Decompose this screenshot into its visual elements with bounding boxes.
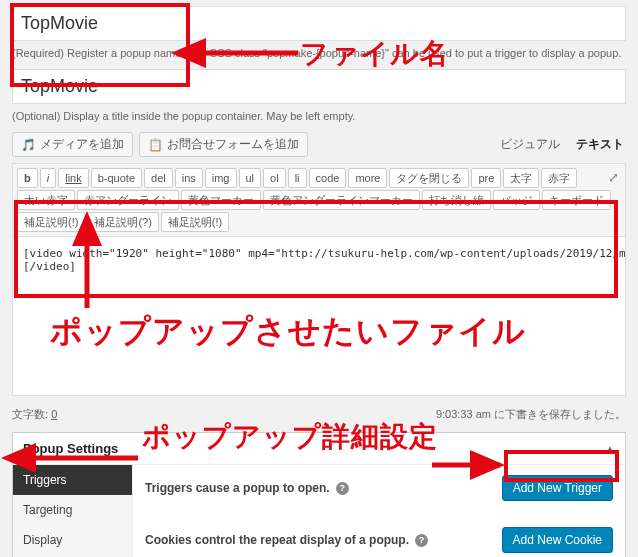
add-new-cookie-button[interactable]: Add New Cookie [502,527,613,553]
qtag-ol[interactable]: ol [263,168,286,188]
triggers-row: Triggers cause a popup to open. ? Add Ne… [145,475,613,501]
qtag-ins[interactable]: ins [175,168,203,188]
qtag-keyboard[interactable]: キーボード [542,190,611,210]
popup-settings-box: Popup Settings ▲ Triggers Targeting Disp… [12,432,626,557]
qtag-b[interactable]: b [17,168,38,188]
qtag-yellowunderlinemarker[interactable]: 黄色アンダーラインマーカー [263,190,420,210]
popup-settings-body: Triggers Targeting Display Triggers caus… [13,465,625,557]
content-editor[interactable] [12,236,626,396]
qtag-pre[interactable]: pre [471,168,501,188]
qtag-boldred[interactable]: 太い赤字 [17,190,75,210]
collapse-toggle-icon[interactable]: ▲ [605,443,615,454]
cookies-desc: Cookies control the repeat display of a … [145,533,428,547]
help-icon[interactable]: ? [336,482,349,495]
popup-settings-content: Triggers cause a popup to open. ? Add Ne… [133,465,625,557]
qtag-info[interactable]: 補足説明(!) [17,212,85,232]
qtag-more[interactable]: more [348,168,387,188]
tab-text[interactable]: テキスト [574,132,626,157]
qtag-ul[interactable]: ul [239,168,262,188]
quicktags-toolbar: b i link b-quote del ins img ul ol li co… [12,163,626,236]
qtag-li[interactable]: li [288,168,307,188]
help-icon[interactable]: ? [415,534,428,547]
qtag-question[interactable]: 補足説明(?) [87,212,158,232]
add-new-trigger-button[interactable]: Add New Trigger [502,475,613,501]
popup-title-helper: (Optional) Display a title inside the po… [12,110,626,122]
editor-toolbar-row: 🎵 メディアを追加 📋 お問合せフォームを追加 ビジュアル テキスト [12,132,626,157]
form-icon: 📋 [148,138,163,152]
expand-editor-icon[interactable]: ⤢ [608,170,619,185]
qtag-i[interactable]: i [40,168,56,188]
qtag-badge[interactable]: バッジ [493,190,540,210]
media-icon: 🎵 [21,138,36,152]
tab-triggers[interactable]: Triggers [13,465,132,495]
editor-status-row: 文字数: 0 9:03:33 am に下書きを保存しました。 [12,407,626,422]
qtag-del[interactable]: del [144,168,173,188]
popup-name-input[interactable] [12,6,626,41]
popup-name-helper: (Required) Register a popup name. The CS… [12,47,626,59]
tab-visual[interactable]: ビジュアル [498,132,562,157]
add-media-button[interactable]: 🎵 メディアを追加 [12,132,133,157]
add-form-label: お問合せフォームを追加 [167,136,299,153]
add-media-label: メディアを追加 [40,136,124,153]
wordcount: 文字数: 0 [12,407,57,422]
add-contact-form-button[interactable]: 📋 お問合せフォームを追加 [139,132,308,157]
qtag-img[interactable]: img [205,168,237,188]
tab-display[interactable]: Display [13,525,132,555]
popup-settings-tabs: Triggers Targeting Display [13,465,133,557]
popup-settings-title: Popup Settings [23,441,118,456]
qtag-close[interactable]: タグを閉じる [389,168,469,188]
media-buttons: 🎵 メディアを追加 📋 お問合せフォームを追加 [12,132,308,157]
qtag-redunderline[interactable]: 赤アンダーライン [77,190,179,210]
triggers-desc: Triggers cause a popup to open. ? [145,481,349,495]
qtag-link[interactable]: link [58,168,89,188]
qtag-red[interactable]: 赤字 [541,168,577,188]
qtag-info2[interactable]: 補足説明(!) [161,212,229,232]
qtag-code[interactable]: code [309,168,347,188]
content-wrap: (Required) Register a popup name. The CS… [12,0,626,557]
popup-settings-header[interactable]: Popup Settings ▲ [13,433,625,465]
editor-mode-tabs: ビジュアル テキスト [498,132,626,157]
tab-targeting[interactable]: Targeting [13,495,132,525]
qtag-yellowmarker[interactable]: 黄色マーカー [181,190,261,210]
canvas: (Required) Register a popup name. The CS… [0,0,638,557]
qtag-bquote[interactable]: b-quote [91,168,142,188]
popup-title-input[interactable] [12,69,626,104]
qtag-bold[interactable]: 太字 [503,168,539,188]
cookies-row: Cookies control the repeat display of a … [145,527,613,553]
qtag-strikethrough[interactable]: 打ち消し線 [422,190,491,210]
autosave-status: 9:03:33 am に下書きを保存しました。 [436,407,626,422]
